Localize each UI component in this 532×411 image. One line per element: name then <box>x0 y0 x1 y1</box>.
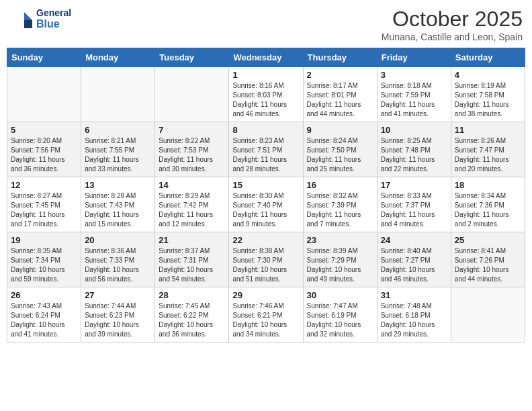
calendar-cell: 17Sunrise: 8:33 AM Sunset: 7:37 PM Dayli… <box>377 177 451 232</box>
day-info: Sunrise: 7:46 AM Sunset: 6:21 PM Dayligh… <box>232 302 299 339</box>
calendar-cell: 18Sunrise: 8:34 AM Sunset: 7:36 PM Dayli… <box>451 177 525 232</box>
calendar-header-row: SundayMondayTuesdayWednesdayThursdayFrid… <box>7 48 525 67</box>
calendar-cell: 11Sunrise: 8:26 AM Sunset: 7:47 PM Dayli… <box>451 122 525 177</box>
col-header-wednesday: Wednesday <box>229 48 303 67</box>
day-number: 10 <box>381 125 447 135</box>
day-number: 21 <box>159 235 225 245</box>
calendar-cell: 4Sunrise: 8:19 AM Sunset: 7:58 PM Daylig… <box>451 67 525 122</box>
day-number: 23 <box>307 235 373 245</box>
logo-general: General <box>36 8 71 18</box>
calendar-cell <box>7 67 81 122</box>
calendar-cell: 25Sunrise: 8:41 AM Sunset: 7:26 PM Dayli… <box>451 232 525 287</box>
day-number: 7 <box>159 125 225 135</box>
day-info: Sunrise: 8:21 AM Sunset: 7:55 PM Dayligh… <box>85 136 151 174</box>
calendar-cell: 5Sunrise: 8:20 AM Sunset: 7:56 PM Daylig… <box>7 122 81 177</box>
col-header-monday: Monday <box>81 48 155 67</box>
day-info: Sunrise: 8:32 AM Sunset: 7:39 PM Dayligh… <box>307 191 373 229</box>
calendar-cell <box>155 67 229 122</box>
day-info: Sunrise: 8:16 AM Sunset: 8:03 PM Dayligh… <box>232 81 299 119</box>
calendar-cell: 1Sunrise: 8:16 AM Sunset: 8:03 PM Daylig… <box>229 67 303 122</box>
day-info: Sunrise: 8:26 AM Sunset: 7:47 PM Dayligh… <box>455 136 521 174</box>
day-info: Sunrise: 8:19 AM Sunset: 7:58 PM Dayligh… <box>455 81 521 119</box>
calendar-cell: 2Sunrise: 8:17 AM Sunset: 8:01 PM Daylig… <box>303 67 377 122</box>
day-info: Sunrise: 7:45 AM Sunset: 6:22 PM Dayligh… <box>159 302 225 339</box>
calendar-week-row: 1Sunrise: 8:16 AM Sunset: 8:03 PM Daylig… <box>7 67 525 122</box>
day-info: Sunrise: 8:22 AM Sunset: 7:53 PM Dayligh… <box>159 136 225 174</box>
day-info: Sunrise: 8:41 AM Sunset: 7:26 PM Dayligh… <box>455 246 521 284</box>
day-number: 18 <box>455 180 521 190</box>
calendar-cell: 31Sunrise: 7:48 AM Sunset: 6:18 PM Dayli… <box>377 287 451 342</box>
day-number: 2 <box>307 70 373 80</box>
title-block: October 2025 Munana, Castille and Leon, … <box>382 7 523 42</box>
col-header-tuesday: Tuesday <box>155 48 229 67</box>
calendar-cell: 21Sunrise: 8:37 AM Sunset: 7:31 PM Dayli… <box>155 232 229 287</box>
calendar-cell: 14Sunrise: 8:29 AM Sunset: 7:42 PM Dayli… <box>155 177 229 232</box>
calendar-cell: 22Sunrise: 8:38 AM Sunset: 7:30 PM Dayli… <box>229 232 303 287</box>
day-number: 24 <box>381 235 447 245</box>
calendar-cell: 29Sunrise: 7:46 AM Sunset: 6:21 PM Dayli… <box>229 287 303 342</box>
day-info: Sunrise: 8:34 AM Sunset: 7:36 PM Dayligh… <box>455 191 521 229</box>
day-info: Sunrise: 8:36 AM Sunset: 7:33 PM Dayligh… <box>85 246 151 284</box>
calendar-cell: 30Sunrise: 7:47 AM Sunset: 6:19 PM Dayli… <box>303 287 377 342</box>
day-info: Sunrise: 8:20 AM Sunset: 7:56 PM Dayligh… <box>11 136 77 174</box>
day-number: 27 <box>85 290 151 300</box>
calendar-cell: 9Sunrise: 8:24 AM Sunset: 7:50 PM Daylig… <box>303 122 377 177</box>
day-number: 16 <box>307 180 373 190</box>
calendar-cell: 26Sunrise: 7:43 AM Sunset: 6:24 PM Dayli… <box>7 287 81 342</box>
day-number: 31 <box>381 290 447 300</box>
col-header-friday: Friday <box>377 48 451 67</box>
day-info: Sunrise: 8:39 AM Sunset: 7:29 PM Dayligh… <box>307 246 373 284</box>
col-header-sunday: Sunday <box>7 48 81 67</box>
day-info: Sunrise: 8:23 AM Sunset: 7:51 PM Dayligh… <box>232 136 299 174</box>
day-info: Sunrise: 7:47 AM Sunset: 6:19 PM Dayligh… <box>307 302 373 339</box>
svg-marker-2 <box>24 20 32 28</box>
calendar-week-row: 19Sunrise: 8:35 AM Sunset: 7:34 PM Dayli… <box>7 232 525 287</box>
day-info: Sunrise: 8:40 AM Sunset: 7:27 PM Dayligh… <box>381 246 447 284</box>
calendar-cell <box>451 287 525 342</box>
calendar-cell: 24Sunrise: 8:40 AM Sunset: 7:27 PM Dayli… <box>377 232 451 287</box>
calendar-cell: 13Sunrise: 8:28 AM Sunset: 7:43 PM Dayli… <box>81 177 155 232</box>
calendar-cell: 8Sunrise: 8:23 AM Sunset: 7:51 PM Daylig… <box>229 122 303 177</box>
day-info: Sunrise: 8:27 AM Sunset: 7:45 PM Dayligh… <box>11 191 77 229</box>
calendar-cell: 12Sunrise: 8:27 AM Sunset: 7:45 PM Dayli… <box>7 177 81 232</box>
day-number: 15 <box>232 180 299 190</box>
day-info: Sunrise: 8:17 AM Sunset: 8:01 PM Dayligh… <box>307 81 373 119</box>
day-number: 6 <box>85 125 151 135</box>
calendar-cell: 28Sunrise: 7:45 AM Sunset: 6:22 PM Dayli… <box>155 287 229 342</box>
day-info: Sunrise: 8:35 AM Sunset: 7:34 PM Dayligh… <box>11 246 77 284</box>
calendar-cell: 20Sunrise: 8:36 AM Sunset: 7:33 PM Dayli… <box>81 232 155 287</box>
day-number: 29 <box>232 290 299 300</box>
day-number: 17 <box>381 180 447 190</box>
day-number: 1 <box>232 70 299 80</box>
day-number: 8 <box>232 125 299 135</box>
day-info: Sunrise: 8:38 AM Sunset: 7:30 PM Dayligh… <box>232 246 299 284</box>
day-number: 4 <box>455 70 521 80</box>
calendar-week-row: 26Sunrise: 7:43 AM Sunset: 6:24 PM Dayli… <box>7 287 525 342</box>
location: Munana, Castille and Leon, Spain <box>382 32 523 42</box>
logo-icon <box>9 7 34 31</box>
day-number: 26 <box>11 290 77 300</box>
logo: General Blue <box>9 7 71 31</box>
calendar-cell: 3Sunrise: 8:18 AM Sunset: 7:59 PM Daylig… <box>377 67 451 122</box>
calendar-cell: 10Sunrise: 8:25 AM Sunset: 7:48 PM Dayli… <box>377 122 451 177</box>
calendar-cell: 16Sunrise: 8:32 AM Sunset: 7:39 PM Dayli… <box>303 177 377 232</box>
day-number: 25 <box>455 235 521 245</box>
day-number: 5 <box>11 125 77 135</box>
day-number: 13 <box>85 180 151 190</box>
day-number: 12 <box>11 180 77 190</box>
day-number: 3 <box>381 70 447 80</box>
calendar-cell: 7Sunrise: 8:22 AM Sunset: 7:53 PM Daylig… <box>155 122 229 177</box>
calendar-week-row: 5Sunrise: 8:20 AM Sunset: 7:56 PM Daylig… <box>7 122 525 177</box>
day-number: 30 <box>307 290 373 300</box>
col-header-thursday: Thursday <box>303 48 377 67</box>
day-info: Sunrise: 8:33 AM Sunset: 7:37 PM Dayligh… <box>381 191 447 229</box>
col-header-saturday: Saturday <box>451 48 525 67</box>
logo-blue: Blue <box>36 18 71 30</box>
page-header: General Blue October 2025 Munana, Castil… <box>7 7 525 42</box>
calendar-cell: 15Sunrise: 8:30 AM Sunset: 7:40 PM Dayli… <box>229 177 303 232</box>
day-number: 20 <box>85 235 151 245</box>
calendar-cell: 19Sunrise: 8:35 AM Sunset: 7:34 PM Dayli… <box>7 232 81 287</box>
day-info: Sunrise: 8:28 AM Sunset: 7:43 PM Dayligh… <box>85 191 151 229</box>
calendar-week-row: 12Sunrise: 8:27 AM Sunset: 7:45 PM Dayli… <box>7 177 525 232</box>
day-number: 19 <box>11 235 77 245</box>
